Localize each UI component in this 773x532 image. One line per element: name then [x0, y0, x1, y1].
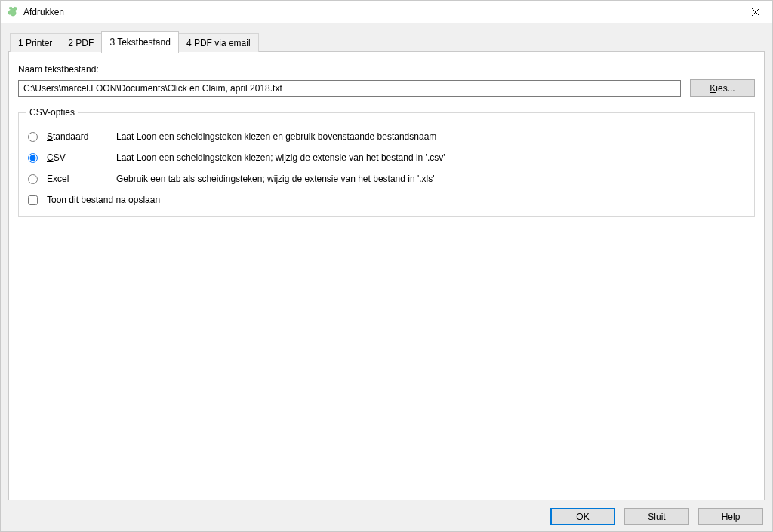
- radio-csv-label: CSV: [47, 152, 110, 163]
- radio-standaard-label: Standaard: [47, 131, 110, 142]
- csv-options-group: CSV-opties Standaard Laat Loon een schei…: [18, 107, 755, 217]
- radio-excel-label: Excel: [47, 174, 110, 184]
- show-after-save-checkbox[interactable]: [28, 195, 38, 205]
- show-after-save-row: Toon dit bestand na opslaan: [26, 195, 747, 205]
- tab-page-tekstbestand: Naam tekstbestand: Kies... CSV-opties St…: [8, 51, 765, 500]
- radio-csv[interactable]: [28, 153, 38, 163]
- radio-row-standaard: Standaard Laat Loon een scheidingsteken …: [26, 131, 747, 142]
- window-title: Afdrukken: [23, 7, 738, 17]
- tab-pdf-via-email[interactable]: 4 PDF via email: [178, 33, 259, 52]
- radio-row-csv: CSV Laat Loon een scheidingsteken kiezen…: [26, 152, 747, 163]
- filename-label: Naam tekstbestand:: [18, 64, 755, 75]
- close-button[interactable]: Sluit: [624, 508, 689, 525]
- radio-excel[interactable]: [28, 174, 38, 184]
- filename-input[interactable]: [18, 80, 681, 97]
- radio-row-excel: Excel Gebruik een tab als scheidingsteke…: [26, 174, 747, 184]
- radio-standaard[interactable]: [28, 132, 38, 142]
- dialog-body: 1 Printer 2 PDF 3 Tekstbestand 4 PDF via…: [1, 23, 772, 531]
- radio-excel-desc: Gebruik een tab als scheidingsteken; wij…: [116, 174, 435, 184]
- close-icon: [752, 8, 759, 16]
- show-after-save-label: Toon dit bestand na opslaan: [47, 195, 160, 205]
- tab-pdf[interactable]: 2 PDF: [60, 33, 102, 52]
- tab-strip: 1 Printer 2 PDF 3 Tekstbestand 4 PDF via…: [8, 31, 765, 52]
- titlebar: Afdrukken: [1, 1, 772, 23]
- csv-options-legend: CSV-opties: [26, 107, 78, 118]
- print-dialog: Afdrukken 1 Printer 2 PDF 3 Tekstbestand…: [0, 0, 773, 532]
- dialog-button-bar: OK Sluit Help: [8, 500, 765, 527]
- help-button[interactable]: Help: [698, 508, 763, 525]
- app-icon: [7, 6, 19, 18]
- radio-standaard-desc: Laat Loon een scheidingsteken kiezen en …: [116, 131, 436, 142]
- choose-file-button[interactable]: Kies...: [690, 79, 755, 97]
- radio-csv-desc: Laat Loon een scheidingsteken kiezen; wi…: [116, 152, 445, 163]
- window-close-button[interactable]: [738, 1, 772, 23]
- ok-button[interactable]: OK: [550, 508, 615, 525]
- tab-printer[interactable]: 1 Printer: [10, 33, 60, 52]
- filename-row: Kies...: [18, 79, 755, 97]
- tab-tekstbestand[interactable]: 3 Tekstbestand: [101, 31, 179, 53]
